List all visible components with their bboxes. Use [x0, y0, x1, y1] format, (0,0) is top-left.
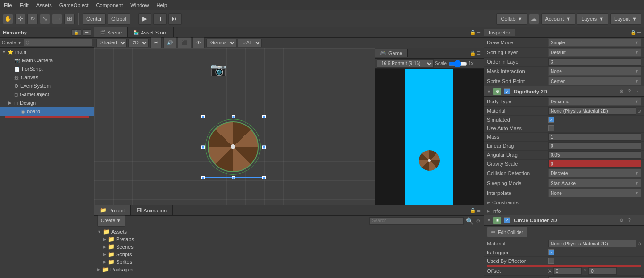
- collider-material-input[interactable]: [548, 240, 636, 247]
- folder-sprites[interactable]: ▶ 📁 Sprites: [96, 258, 135, 266]
- linear-drag-input[interactable]: [548, 142, 641, 150]
- circle-collider-settings-icon[interactable]: ⚙: [618, 217, 625, 223]
- rigidbody2d-section[interactable]: ▼ ⚙ ✓ Rigidbody 2D ⚙ ? ⋮: [484, 86, 644, 97]
- auto-mass-checkbox[interactable]: [548, 125, 554, 131]
- menu-assets[interactable]: Assets: [33, 1, 56, 9]
- inspector-lock-icon[interactable]: 🔒: [630, 30, 636, 35]
- offset-y-input[interactable]: [588, 267, 617, 275]
- tool-rotate[interactable]: ↻: [27, 14, 38, 24]
- rigidbody2d-settings-icon[interactable]: ⚙: [618, 88, 625, 94]
- project-settings-icon[interactable]: ⚙: [476, 218, 481, 224]
- order-in-layer-input[interactable]: [548, 58, 641, 66]
- effects-btn[interactable]: ⬛: [178, 37, 191, 49]
- radius-input[interactable]: [548, 276, 641, 278]
- hier-item-canvas[interactable]: 🖼 Canvas: [0, 73, 94, 82]
- scene-menu-icon[interactable]: ☰: [477, 30, 481, 35]
- handle-bm[interactable]: [232, 176, 235, 179]
- sorting-layer-dropdown[interactable]: Default ▼: [548, 48, 641, 57]
- folder-assets[interactable]: ▼ 📁 Assets: [96, 228, 135, 236]
- rigidbody2d-enabled-checkbox[interactable]: ✓: [504, 88, 510, 94]
- sleeping-mode-dropdown[interactable]: Start Awake ▼: [548, 179, 641, 187]
- hier-item-eventsystem[interactable]: ⚙ EventSystem: [0, 82, 94, 90]
- project-menu-icon[interactable]: ☰: [477, 208, 481, 213]
- circle-collider-section[interactable]: ▼ ◉ ✓ Circle Collider 2D ⚙ ? ⋮: [484, 215, 644, 226]
- step-button[interactable]: ⏭: [168, 13, 182, 25]
- hier-item-design[interactable]: ▶ ◻ Design: [0, 99, 94, 107]
- folder-prefabs[interactable]: ▶ 📁 Prefabs: [96, 236, 135, 243]
- handle-tr[interactable]: [262, 115, 266, 118]
- lighting-btn[interactable]: ☀: [150, 37, 162, 49]
- play-button[interactable]: ▶: [138, 13, 151, 25]
- hierarchy-search-input[interactable]: [24, 39, 92, 46]
- game-lock-icon[interactable]: 🔒: [470, 51, 476, 56]
- circle-collider-help-icon[interactable]: ?: [627, 217, 632, 223]
- layers-button[interactable]: Layers▼: [577, 13, 608, 25]
- hierarchy-lock[interactable]: 🔒: [71, 29, 81, 36]
- cloud-button[interactable]: ☁: [529, 14, 539, 24]
- tab-game[interactable]: 🎮 Game: [375, 49, 408, 57]
- edit-collider-button[interactable]: ✏ Edit Collider: [487, 227, 527, 237]
- folder-packages[interactable]: ▶ 📁 Packages: [96, 266, 135, 273]
- project-search-input[interactable]: [369, 217, 464, 225]
- rigidbody2d-overflow-icon[interactable]: ⋮: [634, 88, 641, 94]
- offset-x-input[interactable]: [553, 267, 582, 275]
- project-search-icon[interactable]: 🔍: [466, 217, 474, 225]
- sprite-sort-point-dropdown[interactable]: Center ▼: [548, 77, 641, 85]
- project-lock-icon[interactable]: 🔒: [470, 208, 476, 213]
- tab-project[interactable]: 📁 Project: [94, 205, 131, 215]
- angular-drag-input[interactable]: [548, 151, 641, 159]
- resolution-dropdown[interactable]: 16:9 Portrait (9:16): [377, 59, 434, 68]
- menu-edit[interactable]: Edit: [16, 1, 33, 9]
- handle-br[interactable]: [262, 176, 266, 179]
- audio-btn[interactable]: 🔊: [163, 37, 176, 49]
- tab-inspector[interactable]: Inspector: [484, 29, 515, 36]
- body-type-dropdown[interactable]: Dynamic ▼: [548, 97, 641, 106]
- tab-animation[interactable]: 🎞 Animation: [131, 205, 173, 215]
- tool-transform[interactable]: ⊞: [64, 14, 75, 24]
- hud-btn[interactable]: 👁: [192, 37, 205, 49]
- interpolate-dropdown[interactable]: None ▼: [548, 189, 641, 197]
- account-button[interactable]: Account▼: [541, 13, 576, 25]
- menu-gameobject[interactable]: GameObject: [56, 1, 92, 9]
- shaded-dropdown[interactable]: Shaded: [96, 39, 127, 47]
- tool-move[interactable]: ✛: [15, 14, 25, 24]
- handle-mr[interactable]: [262, 146, 266, 149]
- scene-view[interactable]: 📷: [94, 48, 375, 205]
- menu-window[interactable]: Window: [126, 1, 152, 9]
- scene-lock-icon[interactable]: 🔒: [470, 30, 476, 35]
- collab-button[interactable]: Collab▼: [496, 13, 527, 25]
- menu-file[interactable]: File: [0, 1, 16, 9]
- game-menu-icon[interactable]: ☰: [477, 51, 481, 56]
- rigidbody2d-help-icon[interactable]: ?: [627, 88, 632, 94]
- gizmos-dropdown[interactable]: Gizmos: [206, 39, 236, 47]
- menu-help[interactable]: Help: [152, 1, 171, 9]
- is-trigger-checkbox[interactable]: ✓: [548, 249, 554, 255]
- global-toggle[interactable]: Global: [108, 13, 130, 25]
- hier-item-board[interactable]: ◉ board: [0, 107, 94, 116]
- handle-tl[interactable]: [201, 115, 205, 118]
- draw-mode-dropdown[interactable]: Simple ▼: [548, 38, 641, 47]
- inspector-menu-icon[interactable]: ☰: [637, 30, 641, 35]
- layout-button[interactable]: Layout▼: [610, 13, 641, 25]
- circle-collider-overflow-icon[interactable]: ⋮: [634, 217, 641, 223]
- material-select-icon[interactable]: ⊙: [637, 109, 641, 114]
- gravity-scale-input[interactable]: [548, 160, 641, 168]
- handle-tm[interactable]: [232, 115, 235, 118]
- used-by-effector-checkbox[interactable]: [548, 258, 554, 264]
- all-dropdown[interactable]: ☆All: [238, 39, 262, 47]
- tool-scale[interactable]: ⤡: [40, 14, 50, 24]
- project-create-button[interactable]: Create ▼: [97, 215, 125, 227]
- board-selected-object[interactable]: [203, 117, 264, 178]
- mask-interaction-dropdown[interactable]: None ▼: [548, 67, 641, 76]
- circle-collider-enabled-checkbox[interactable]: ✓: [504, 217, 510, 223]
- hier-item-camera[interactable]: 📷 Main Camera: [0, 56, 94, 65]
- handle-ml[interactable]: [201, 146, 205, 149]
- tab-asset-store[interactable]: 🏪 Asset Store: [128, 27, 174, 37]
- menu-component[interactable]: Component: [92, 1, 126, 9]
- collider-material-select-icon[interactable]: ⊙: [637, 241, 641, 246]
- scale-slider[interactable]: [448, 61, 467, 66]
- pause-button[interactable]: ⏸: [153, 13, 167, 25]
- folder-scripts[interactable]: ▶ 📁 Scripts: [96, 251, 135, 258]
- mass-input[interactable]: [548, 133, 641, 141]
- hier-item-forscript[interactable]: 📄 ForScript: [0, 65, 94, 73]
